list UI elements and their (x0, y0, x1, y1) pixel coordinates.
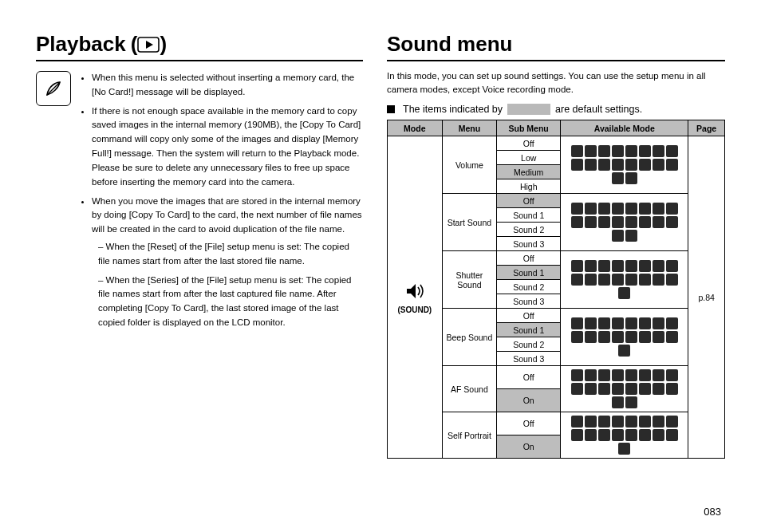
mode-icon (653, 317, 664, 329)
mode-icon (639, 416, 651, 428)
mode-icon (639, 216, 651, 228)
mode-icon (625, 260, 637, 272)
submenu-cell: On (497, 435, 561, 459)
th-page: Page (688, 120, 725, 136)
mode-icon (653, 369, 664, 381)
mode-icon-grid (566, 145, 683, 184)
mode-icon (625, 216, 637, 228)
svg-marker-1 (146, 41, 153, 49)
available-mode-cell (561, 309, 688, 366)
mode-icon (612, 369, 624, 381)
mode-icon (571, 416, 583, 428)
mode-icon (639, 331, 651, 343)
mode-icon (598, 203, 610, 215)
submenu-cell: Off (497, 136, 561, 151)
paren-close: ) (160, 32, 167, 57)
mode-icon (666, 159, 678, 171)
mode-icon (571, 145, 583, 157)
available-mode-cell (561, 251, 688, 309)
submenu-cell: Off (497, 412, 561, 435)
left-column: Playback ( ) When this menu is selected (36, 32, 363, 516)
mode-icon (598, 159, 610, 171)
mode-icon (625, 317, 637, 329)
table-header-row: Mode Menu Sub Menu Available Mode Page (388, 120, 725, 136)
submenu-cell: Sound 1 (497, 266, 561, 280)
mode-cell: (SOUND) (388, 136, 443, 459)
mode-icon (653, 429, 664, 441)
submenu-cell: Off (497, 366, 561, 389)
submenu-cell: Sound 2 (497, 223, 561, 237)
mode-icon (585, 416, 597, 428)
mode-icon (598, 331, 610, 343)
mode-icon (639, 274, 651, 286)
mode-icon (612, 274, 624, 286)
mode-icon (571, 216, 583, 228)
mode-icon (666, 369, 678, 381)
mode-icon-grid (566, 317, 683, 357)
mode-icon (571, 317, 583, 329)
mode-icon (639, 317, 651, 329)
mode-icon (571, 274, 583, 286)
mode-icon (666, 331, 678, 343)
mode-icon (598, 317, 610, 329)
subpoint-2: When the [Series] of the [File] setup me… (98, 274, 363, 330)
mode-icon (598, 260, 610, 272)
mode-icon (625, 369, 637, 381)
menu-cell: Shutter Sound (442, 251, 497, 309)
mode-icon (625, 383, 637, 395)
submenu-cell: Sound 3 (497, 352, 561, 366)
mode-icon (612, 260, 624, 272)
mode-icon (571, 203, 583, 215)
mode-icon (639, 429, 651, 441)
mode-icon (585, 203, 597, 215)
mode-icon-grid (566, 369, 683, 408)
submenu-cell: Sound 2 (497, 337, 561, 352)
menu-cell: Beep Sound (442, 309, 497, 366)
mode-icon (653, 145, 664, 157)
mode-icon (571, 383, 583, 395)
mode-icon (612, 159, 624, 171)
mode-icon (666, 216, 678, 228)
mode-icon (585, 274, 597, 286)
submenu-cell: Off (497, 194, 561, 208)
mode-icon (639, 383, 651, 395)
mode-icon (653, 331, 664, 343)
mode-icon (625, 416, 637, 428)
mode-icon (612, 331, 624, 343)
mode-icon (639, 203, 651, 215)
mode-icon (625, 172, 637, 184)
mode-icon-grid (566, 203, 683, 242)
note-box: When this menu is selected without inser… (36, 71, 363, 335)
th-mode: Mode (388, 120, 443, 136)
mode-icon (625, 159, 637, 171)
mode-icon (585, 159, 597, 171)
mode-icon (618, 443, 630, 455)
sound-mode-label: (SOUND) (397, 305, 432, 314)
mode-icon (585, 383, 597, 395)
mode-icon (666, 145, 678, 157)
mode-icon (598, 145, 610, 157)
mode-icon (585, 331, 597, 343)
mode-icon-grid (566, 416, 683, 455)
mode-icon (612, 317, 624, 329)
page-ref-cell: p.84 (688, 136, 725, 459)
mode-icon (639, 145, 651, 157)
playback-title: Playback (36, 32, 126, 57)
mode-icon (625, 331, 637, 343)
mode-icon (612, 145, 624, 157)
mode-icon (653, 383, 664, 395)
mode-icon (625, 429, 637, 441)
available-mode-cell (561, 412, 688, 459)
mode-icon (585, 145, 597, 157)
bullet-1: When this menu is selected without inser… (92, 71, 363, 100)
sound-icon: (SOUND) (391, 280, 439, 314)
menu-cell: Start Sound (442, 194, 497, 251)
mode-icon (666, 274, 678, 286)
mode-icon (653, 159, 664, 171)
submenu-cell: Off (497, 251, 561, 266)
mode-icon (666, 203, 678, 215)
mode-icon (598, 216, 610, 228)
mode-icon (666, 416, 678, 428)
default-swatch (507, 104, 550, 115)
paren-open: ( (131, 32, 138, 57)
